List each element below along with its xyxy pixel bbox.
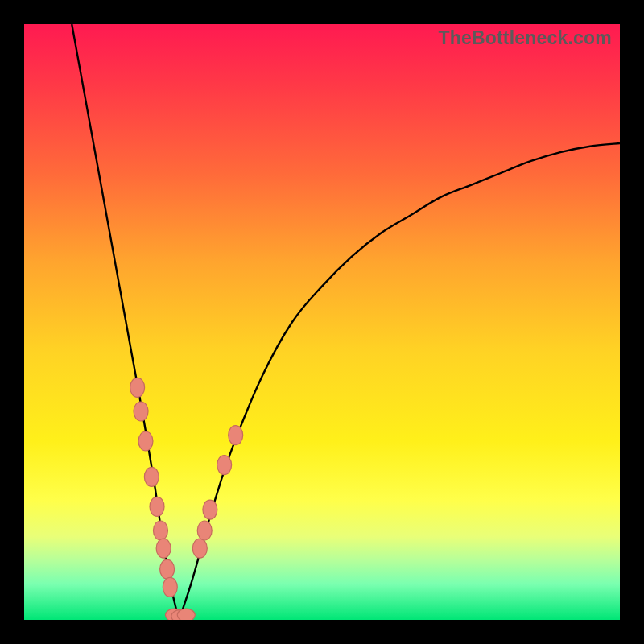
bead-left-4 xyxy=(150,497,164,516)
bead-right-3 xyxy=(217,456,232,475)
bead-left-3 xyxy=(144,467,159,486)
bead-left-7 xyxy=(160,559,175,579)
bead-left-5 xyxy=(153,521,167,540)
plot-area: TheBottleneck.com xyxy=(24,24,620,620)
bead-group xyxy=(130,378,243,620)
bead-left-2 xyxy=(138,431,153,451)
bead-left-0 xyxy=(130,378,145,397)
bead-trough-2 xyxy=(177,609,195,620)
bead-right-1 xyxy=(197,521,212,540)
bottleneck-curve-right-branch xyxy=(179,143,620,620)
chart-svg xyxy=(24,24,620,620)
bead-right-4 xyxy=(229,426,243,445)
bead-right-0 xyxy=(192,539,207,558)
bead-left-6 xyxy=(156,539,171,558)
bead-left-1 xyxy=(134,402,148,421)
bead-right-2 xyxy=(203,500,217,519)
chart-frame: TheBottleneck.com xyxy=(0,0,644,644)
bead-left-8 xyxy=(163,577,177,597)
